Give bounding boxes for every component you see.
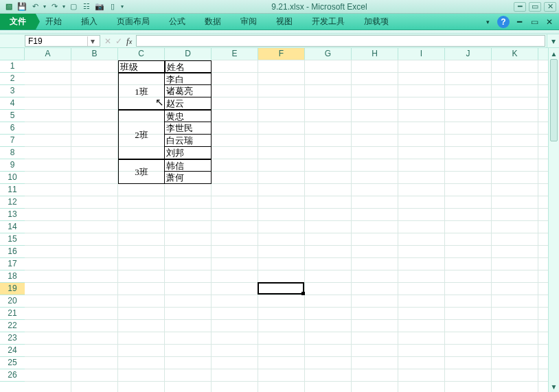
tab-home[interactable]: 开始 (36, 14, 71, 30)
row-header-3[interactable]: 3 (0, 85, 25, 97)
tab-review[interactable]: 审阅 (231, 14, 266, 30)
row-header-13[interactable]: 13 (0, 209, 25, 221)
open-icon[interactable]: ▯ (106, 1, 119, 12)
scroll-down-icon[interactable]: ▼ (549, 381, 559, 392)
doc-close-icon[interactable]: ✕ (544, 16, 555, 27)
cell-D1[interactable]: 姓名 (165, 60, 212, 73)
cell-C1[interactable]: 班级 (118, 60, 165, 73)
tab-view[interactable]: 视图 (266, 14, 302, 30)
row-header-4[interactable]: 4 (0, 97, 25, 110)
row-header-23[interactable]: 23 (0, 332, 25, 345)
fb-cancel-icon: ✕ (104, 36, 111, 46)
undo-dropdown-icon[interactable]: ▾ (42, 1, 47, 12)
minimize-button[interactable]: ━ (514, 2, 526, 12)
cell-D6[interactable]: 李世民 (165, 122, 212, 135)
row-header-25[interactable]: 25 (0, 357, 25, 369)
tab-page-layout[interactable]: 页面布局 (107, 14, 159, 30)
spreadsheet-grid[interactable]: 1234567891011121314151617181920212223242… (0, 48, 559, 392)
maximize-button[interactable]: ▭ (529, 2, 541, 12)
qat-more-icon[interactable]: ▾ (119, 1, 125, 12)
redo-dropdown-icon[interactable]: ▾ (61, 1, 67, 12)
row-header-6[interactable]: 6 (0, 122, 25, 135)
help-icon[interactable]: ? (497, 16, 510, 28)
cell-D3[interactable]: 诸葛亮 (165, 85, 212, 97)
formula-bar: F19 ▾ ✕ ✓ fx ▾ (0, 34, 559, 48)
close-button[interactable]: ✕ (544, 2, 556, 12)
redo-icon[interactable]: ↷ (48, 1, 60, 12)
cell-D4[interactable]: 赵云 (165, 97, 212, 110)
column-header-G[interactable]: G (305, 48, 352, 60)
column-header-A[interactable]: A (25, 48, 71, 60)
tab-insert[interactable]: 插入 (71, 14, 107, 30)
column-header-J[interactable]: J (445, 48, 492, 60)
row-header-18[interactable]: 18 (0, 270, 25, 283)
window-title: 9.21.xlsx - Microsoft Excel (125, 2, 514, 12)
formula-input[interactable] (136, 35, 545, 47)
row-header-19[interactable]: 19 (0, 283, 25, 295)
scroll-up-icon[interactable]: ▲ (549, 48, 559, 59)
row-header-7[interactable]: 7 (0, 135, 25, 147)
scroll-thumb[interactable] (550, 59, 558, 141)
row-header-17[interactable]: 17 (0, 258, 25, 270)
row-header-9[interactable]: 9 (0, 159, 25, 172)
cell-D9[interactable]: 韩信 (165, 159, 212, 172)
row-header-12[interactable]: 12 (0, 196, 25, 209)
cell-D5[interactable]: 黄忠 (165, 110, 212, 122)
column-header-H[interactable]: H (352, 48, 398, 60)
fb-confirm-icon: ✓ (115, 36, 122, 46)
tab-addins[interactable]: 加载项 (354, 14, 398, 30)
print-area-icon[interactable]: ☷ (80, 1, 93, 12)
row-header-5[interactable]: 5 (0, 110, 25, 122)
row-header-11[interactable]: 11 (0, 184, 25, 196)
row-header-1[interactable]: 1 (0, 60, 25, 73)
row-header-21[interactable]: 21 (0, 308, 25, 320)
column-header-E[interactable]: E (212, 48, 258, 60)
column-header-I[interactable]: I (398, 48, 445, 60)
cell-D8[interactable]: 刘邦 (165, 147, 212, 159)
cell-D2[interactable]: 李白 (165, 73, 212, 85)
row-header-26[interactable]: 26 (0, 369, 25, 382)
name-box[interactable]: F19 ▾ (25, 35, 100, 47)
save-icon[interactable]: 💾 (16, 1, 28, 12)
vertical-scrollbar[interactable]: ▲ ▼ (548, 48, 559, 392)
excel-icon[interactable]: ▧ (3, 1, 15, 12)
title-bar: ▧ 💾 ↶ ▾ ↷ ▾ ▢ ☷ 📷 ▯ ▾ 9.21.xlsx - Micros… (0, 0, 559, 14)
row-header-2[interactable]: 2 (0, 73, 25, 85)
row-header-24[interactable]: 24 (0, 345, 25, 357)
ribbon-minimize-icon[interactable]: ▾ (482, 16, 493, 27)
column-header-K[interactable]: K (492, 48, 538, 60)
column-header-B[interactable]: B (71, 48, 118, 60)
row-header-20[interactable]: 20 (0, 295, 25, 308)
column-headers: ABCDEFGHIJK (25, 48, 559, 60)
column-header-D[interactable]: D (165, 48, 212, 60)
row-header-14[interactable]: 14 (0, 221, 25, 233)
undo-icon[interactable]: ↶ (29, 1, 41, 12)
name-box-dropdown-icon[interactable]: ▾ (87, 36, 97, 46)
cells-area[interactable]: ABCDEFGHIJK 班级姓名1班李白诸葛亮赵云2班黄忠李世民白云瑞刘邦3班韩… (25, 48, 559, 392)
tab-file[interactable]: 文件 (0, 14, 36, 30)
tab-developer[interactable]: 开发工具 (302, 14, 354, 30)
cell-D7[interactable]: 白云瑞 (165, 135, 212, 147)
row-header-10[interactable]: 10 (0, 172, 25, 184)
cell-D10[interactable]: 萧何 (165, 172, 212, 184)
row-header-15[interactable]: 15 (0, 233, 25, 246)
cell-C9[interactable]: 3班 (118, 159, 165, 184)
row-header-22[interactable]: 22 (0, 320, 25, 332)
doc-restore-icon[interactable]: ▭ (529, 16, 540, 27)
tab-formulas[interactable]: 公式 (159, 14, 195, 30)
column-header-C[interactable]: C (118, 48, 165, 60)
select-all-corner[interactable] (0, 48, 25, 60)
tab-data[interactable]: 数据 (195, 14, 231, 30)
insert-function-icon[interactable]: fx (126, 36, 132, 47)
ribbon-tabs: 文件 开始 插入 页面布局 公式 数据 审阅 视图 开发工具 加载项 ▾ ? ━… (0, 14, 559, 30)
row-header-16[interactable]: 16 (0, 246, 25, 258)
cell-C5[interactable]: 2班 (118, 110, 165, 159)
doc-minimize-icon[interactable]: ━ (514, 16, 525, 27)
formula-bar-expand-icon[interactable]: ▾ (547, 34, 559, 47)
cell-C2[interactable]: 1班 (118, 73, 165, 110)
new-icon[interactable]: ▢ (67, 1, 80, 12)
camera-icon[interactable]: 📷 (93, 1, 106, 12)
row-header-8[interactable]: 8 (0, 147, 25, 159)
scroll-track[interactable] (549, 59, 559, 381)
column-header-F[interactable]: F (258, 48, 305, 60)
